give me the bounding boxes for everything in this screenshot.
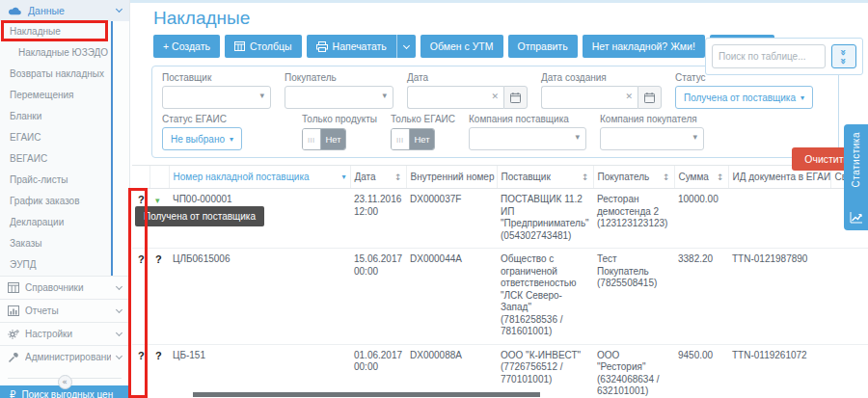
cell-buyer: ООО "Рестория" (6324068634 / 632101001) (593, 344, 674, 398)
sidebar-item-nastroyki[interactable]: Настройки (0, 322, 129, 345)
chevron-down-icon (116, 282, 122, 289)
column-header-internal[interactable]: Внутренний номер↕ (406, 166, 497, 189)
filter-row-1: Поставщик Покупатель Дата ✕ (162, 72, 828, 109)
search-input[interactable] (712, 44, 826, 68)
column-header-number[interactable]: Номер накладной поставщика▾ (169, 166, 350, 189)
print-button[interactable]: Напечатать (307, 35, 396, 58)
sidebar-item-zakazy[interactable]: Заказы (0, 233, 111, 254)
sidebar-item-eupd[interactable]: ЭУПД (0, 254, 111, 276)
cell-supplier: ООО "К-ИНВЕСТ" (7726756512 / 770101001) (497, 344, 593, 398)
status-question-icon[interactable]: ? (149, 344, 169, 398)
page-title: Накладные (153, 8, 868, 29)
statistics-tab[interactable]: Статистика (844, 124, 868, 230)
only-egais-label: Только ЕГАИС (391, 114, 455, 124)
only-egais-toggle[interactable]: ||| Нет (391, 128, 435, 150)
caret-down-icon: ▾ (230, 135, 233, 144)
sidebar-section-dannye[interactable]: Данные (0, 0, 129, 21)
date-input[interactable]: ✕ (407, 86, 503, 109)
double-chevron-up-icon: » (839, 57, 848, 64)
clear-date-icon[interactable]: ✕ (491, 92, 499, 101)
cell-internal: DX000044A (406, 249, 497, 345)
sidebar-item-blanki[interactable]: Бланки (0, 106, 111, 127)
chevron-down-icon (403, 41, 410, 48)
grid-icon (8, 282, 19, 293)
line-chart-icon (850, 211, 863, 224)
cloud-icon (8, 6, 22, 15)
status-tooltip: Получена от поставщика (135, 206, 264, 226)
status-question-icon[interactable]: ? (149, 249, 169, 345)
buyer-company-label: Компания покупателя (600, 114, 704, 124)
cell-sum: 9450.00 (674, 344, 728, 398)
calendar-button[interactable] (637, 86, 662, 109)
columns-button[interactable]: Столбцы (225, 35, 302, 58)
egais-status-filter-label: Статус ЕГАИС (162, 114, 242, 124)
sidebar-item-nakladnye[interactable]: Накладные (0, 21, 111, 42)
egais-status-dropdown[interactable]: Не выбрано ▾ (162, 127, 242, 150)
buyer-company-select[interactable] (600, 127, 704, 150)
send-button[interactable]: Отправить (508, 35, 578, 58)
header-status-col (132, 166, 149, 189)
sidebar-item-otchety[interactable]: Отчеты (0, 299, 129, 322)
statistics-tab-label: Статистика (851, 132, 861, 188)
clear-date-icon[interactable]: ✕ (625, 92, 633, 101)
column-header-buyer[interactable]: Покупатель↕ (593, 166, 674, 189)
creation-date-input[interactable]: ✕ (541, 86, 637, 109)
app-root: Данные Накладные Накладные ЮЗЭДО Возврат… (0, 0, 868, 398)
buyer-select[interactable] (285, 86, 393, 109)
sidebar-item-grafik-zakazov[interactable]: График заказов (0, 191, 111, 212)
toggle-handle: ||| (303, 129, 321, 149)
calendar-button[interactable] (503, 86, 528, 109)
chevron-down-icon (116, 6, 122, 13)
sidebar-item-peremeshcheniya[interactable]: Перемещения (0, 85, 111, 106)
cell-supplier: Общество с ограниченой ответственостью "… (497, 249, 593, 345)
cell-internal: DX000088A (406, 344, 497, 398)
only-products-toggle[interactable]: ||| Нет (302, 128, 346, 150)
table-row[interactable]: ? ? ЦБ-151 01.06.2017 00:00 DX000088A ОО… (132, 344, 868, 398)
sort-icon: ↕ (582, 172, 589, 182)
expand-caret-icon[interactable]: ▾ (155, 196, 160, 205)
column-header-date[interactable]: Дата↕ (350, 166, 406, 189)
sidebar-item-nakladnye-uzedo[interactable]: Накладные ЮЗЭДО (0, 42, 111, 64)
utm-exchange-button[interactable]: Обмен с УТМ (420, 35, 503, 58)
horizontal-scrollbar-thumb[interactable] (193, 392, 540, 397)
status-dropdown[interactable]: Получена от поставщика ▾ (675, 86, 813, 109)
sidebar-item-administrirovanie[interactable]: Администрирование (0, 345, 129, 368)
status-question-icon[interactable]: ? (132, 249, 149, 345)
ruble-icon: ₽ (10, 389, 15, 398)
sort-desc-icon: ▾ (341, 172, 345, 181)
table-row[interactable]: ? ? ЦЛБ0615006 15.06.2017 00:00 DX000044… (132, 249, 868, 345)
double-chevron-up-icon: » (839, 48, 848, 55)
header-expand-col (149, 166, 169, 189)
cell-transport (830, 249, 868, 345)
print-button-group: Напечатать (307, 35, 416, 58)
cell-supplier: ПОСТАВЩИК 11.2 ИП "Предприниматель" (054… (497, 189, 593, 249)
sidebar-item-deklaracii[interactable]: Декларации (0, 212, 111, 233)
filter-panel: Поставщик Покупатель Дата ✕ (151, 66, 839, 158)
print-dropdown-button[interactable] (396, 35, 416, 58)
sidebar-item-price-lists[interactable]: Прайс-листы (0, 170, 111, 191)
status-question-icon[interactable]: ? (132, 344, 149, 398)
column-header-sum[interactable]: Сумма↕ (674, 166, 728, 189)
supplier-select[interactable] (162, 86, 271, 109)
collapse-filters-button[interactable]: » » (831, 44, 856, 68)
supplier-company-select[interactable] (469, 127, 586, 150)
create-button[interactable]: + Создать (153, 35, 220, 58)
table-search-panel: » » (705, 38, 863, 75)
invoices-table: Номер накладной поставщика▾ Дата↕ Внутре… (132, 165, 868, 398)
sidebar: Данные Накладные Накладные ЮЗЭДО Возврат… (0, 0, 130, 398)
buyer-filter-label: Покупатель (285, 72, 393, 83)
sidebar-item-vegais[interactable]: ВЕГАИС (0, 148, 111, 170)
sidebar-item-vozvraty-nakladnyh[interactable]: Возвраты накладных (0, 64, 111, 85)
sidebar-data-submenu: Накладные Накладные ЮЗЭДО Возвраты накла… (0, 21, 113, 276)
cell-date: 23.11.2016 12:00 (350, 189, 406, 249)
cell-date: 01.06.2017 00:00 (350, 344, 406, 398)
column-header-supplier[interactable]: Поставщик↕ (497, 166, 593, 189)
calendar-icon (644, 93, 655, 103)
collapse-sidebar-button[interactable]: « (58, 375, 72, 389)
sidebar-item-egais[interactable]: ЕГАИС (0, 127, 111, 148)
cell-sum: 10000.00 (674, 189, 728, 249)
sidebar-item-spravochniki[interactable]: Справочники (0, 276, 129, 299)
no-invoice-button[interactable]: Нет накладной? Жми! (583, 35, 705, 58)
cell-number: ЦЛБ0615006 (169, 249, 350, 345)
cell-egais-id: TTN-0119261072 (728, 344, 830, 398)
